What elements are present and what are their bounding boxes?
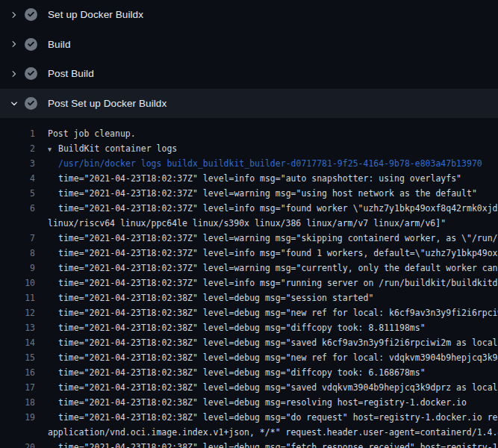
collapse-marker-icon: ▼ xyxy=(48,142,58,156)
line-number[interactable]: 9 xyxy=(0,261,35,276)
log-text: time="2021-04-23T18:02:37Z" level=info m… xyxy=(35,276,498,290)
log-text: Post job cleanup. xyxy=(35,126,498,141)
line-number[interactable]: 8 xyxy=(0,246,35,261)
chevron-right-icon xyxy=(8,68,20,80)
log-row: 4 time="2021-04-23T18:02:37Z" level=info… xyxy=(0,171,498,186)
line-number[interactable]: 7 xyxy=(0,231,35,246)
log-row: application/vnd.oci.image.index.v1+json,… xyxy=(0,425,498,440)
log-row: linux/riscv64 linux/ppc64le linux/s390x … xyxy=(0,216,498,231)
log-text: time="2021-04-23T18:02:38Z" level=debug … xyxy=(35,410,498,425)
log-text: time="2021-04-23T18:02:38Z" level=debug … xyxy=(35,350,498,365)
log-text: application/vnd.oci.image.index.v1+json,… xyxy=(35,425,498,440)
log-row: 9 time="2021-04-23T18:02:37Z" level=warn… xyxy=(0,261,498,276)
log-text: time="2021-04-23T18:02:37Z" level=warnin… xyxy=(35,186,498,201)
line-number[interactable]: 19 xyxy=(0,410,35,425)
check-circle-icon xyxy=(25,38,37,51)
step-label: Build xyxy=(48,39,71,50)
log-row: 18 time="2021-04-23T18:02:38Z" level=deb… xyxy=(0,395,498,410)
log-text[interactable]: ▼BuildKit container logs xyxy=(35,141,498,156)
chevron-right-icon xyxy=(8,38,20,50)
line-number[interactable]: 18 xyxy=(0,395,35,410)
line-number[interactable]: 2 xyxy=(0,141,35,156)
log-row: 12 time="2021-04-23T18:02:38Z" level=deb… xyxy=(0,305,498,320)
log-row: 2 ▼BuildKit container logs xyxy=(0,141,498,156)
log-text: linux/riscv64 linux/ppc64le linux/s390x … xyxy=(35,216,498,231)
log-text: time="2021-04-23T18:02:37Z" level=info m… xyxy=(35,201,498,216)
log-row: 1 Post job cleanup. xyxy=(0,126,498,141)
step-label: Post Set up Docker Buildx xyxy=(48,98,166,109)
step-setup-docker-buildx[interactable]: Set up Docker Buildx xyxy=(0,0,498,30)
log-row: 15 time="2021-04-23T18:02:38Z" level=deb… xyxy=(0,350,498,365)
log-row: 19 time="2021-04-23T18:02:38Z" level=deb… xyxy=(0,410,498,425)
step-label: Set up Docker Buildx xyxy=(48,9,143,20)
line-number[interactable]: 4 xyxy=(0,171,35,186)
log-text: time="2021-04-23T18:02:37Z" level=info m… xyxy=(35,171,498,186)
log-row: 7 time="2021-04-23T18:02:37Z" level=warn… xyxy=(0,231,498,246)
log-text: time="2021-04-23T18:02:37Z" level=warnin… xyxy=(35,261,498,276)
line-number[interactable]: 10 xyxy=(0,276,35,290)
line-number[interactable]: 20 xyxy=(0,440,35,448)
line-number[interactable] xyxy=(0,425,35,440)
log-text: time="2021-04-23T18:02:37Z" level=warnin… xyxy=(35,231,498,246)
line-number[interactable]: 13 xyxy=(0,320,35,335)
log-text: time="2021-04-23T18:02:37Z" level=info m… xyxy=(35,246,498,261)
log-row: 17 time="2021-04-23T18:02:38Z" level=deb… xyxy=(0,380,498,395)
line-number[interactable]: 17 xyxy=(0,380,35,395)
line-number[interactable]: 12 xyxy=(0,305,35,320)
log-text: /usr/bin/docker logs buildx_buildkit_bui… xyxy=(35,156,498,171)
check-circle-icon xyxy=(25,97,37,110)
line-number[interactable]: 5 xyxy=(0,186,35,201)
steps-list: Set up Docker Buildx Build Post Build Po… xyxy=(0,0,498,118)
log-row: 8 time="2021-04-23T18:02:37Z" level=info… xyxy=(0,246,498,261)
step-label: Post Build xyxy=(48,68,94,79)
line-number[interactable]: 11 xyxy=(0,290,35,305)
log-row: 13 time="2021-04-23T18:02:38Z" level=deb… xyxy=(0,320,498,335)
line-number[interactable] xyxy=(0,216,35,231)
chevron-down-icon xyxy=(8,98,20,110)
line-number[interactable]: 1 xyxy=(0,126,35,141)
line-number[interactable]: 16 xyxy=(0,365,35,380)
log-row: 3 /usr/bin/docker logs buildx_buildkit_b… xyxy=(0,156,498,171)
log-row: 5 time="2021-04-23T18:02:37Z" level=warn… xyxy=(0,186,498,201)
log-text: time="2021-04-23T18:02:38Z" level=debug … xyxy=(35,440,498,448)
check-circle-icon xyxy=(25,8,37,21)
chevron-right-icon xyxy=(8,9,20,21)
log-row: 14 time="2021-04-23T18:02:38Z" level=deb… xyxy=(0,335,498,350)
log-row: 16 time="2021-04-23T18:02:38Z" level=deb… xyxy=(0,365,498,380)
step-post-build[interactable]: Post Build xyxy=(0,59,498,89)
step-build[interactable]: Build xyxy=(0,30,498,60)
log-text: time="2021-04-23T18:02:38Z" level=debug … xyxy=(35,305,498,320)
line-number[interactable]: 6 xyxy=(0,201,35,216)
log-text: time="2021-04-23T18:02:38Z" level=debug … xyxy=(35,395,498,410)
log-row: 11 time="2021-04-23T18:02:38Z" level=deb… xyxy=(0,290,498,305)
log-row: 20 time="2021-04-23T18:02:38Z" level=deb… xyxy=(0,440,498,448)
log-row: 10 time="2021-04-23T18:02:37Z" level=inf… xyxy=(0,276,498,290)
log-text: time="2021-04-23T18:02:38Z" level=debug … xyxy=(35,335,498,350)
log-area: 1 Post job cleanup. 2 ▼BuildKit containe… xyxy=(0,118,498,448)
log-text: time="2021-04-23T18:02:38Z" level=debug … xyxy=(35,380,498,395)
log-text: time="2021-04-23T18:02:38Z" level=debug … xyxy=(35,365,498,380)
line-number[interactable]: 15 xyxy=(0,350,35,365)
line-number[interactable]: 3 xyxy=(0,156,35,171)
check-circle-icon xyxy=(25,67,37,80)
step-post-setup-docker-buildx[interactable]: Post Set up Docker Buildx xyxy=(0,89,498,119)
log-text: time="2021-04-23T18:02:38Z" level=debug … xyxy=(35,290,498,305)
line-number[interactable]: 14 xyxy=(0,335,35,350)
log-row: 6 time="2021-04-23T18:02:37Z" level=info… xyxy=(0,201,498,216)
log-text: time="2021-04-23T18:02:38Z" level=debug … xyxy=(35,320,498,335)
